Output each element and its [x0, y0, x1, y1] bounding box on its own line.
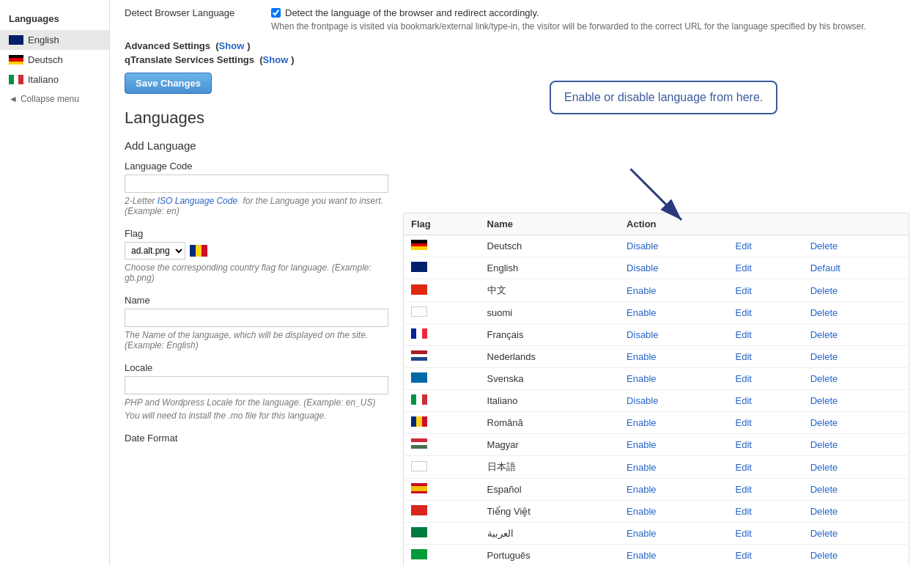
edit-link[interactable]: Edit: [736, 351, 752, 362]
name-input[interactable]: [125, 309, 388, 327]
flag-se-icon: [411, 372, 427, 383]
edit-link[interactable]: Edit: [736, 462, 752, 473]
locale-input[interactable]: [125, 376, 388, 394]
enable-link[interactable]: Enable: [627, 285, 656, 296]
enable-link[interactable]: Enable: [627, 351, 656, 362]
flag-cell: [404, 479, 480, 501]
language-code-input[interactable]: [125, 174, 388, 193]
edit-link[interactable]: Edit: [736, 262, 752, 273]
qtranslate-settings-show-link[interactable]: Show: [263, 54, 289, 65]
sidebar-item-label-english: English: [28, 34, 59, 45]
flag-desc: Choose the corresponding country flag fo…: [125, 262, 388, 283]
flag-italiano-icon: [9, 75, 23, 84]
enable-link[interactable]: Enable: [627, 417, 656, 428]
flag-gb-icon: [411, 262, 427, 272]
delete-link[interactable]: Delete: [810, 351, 838, 362]
name-desc: The Name of the language, which will be …: [125, 330, 388, 350]
edit-link[interactable]: Edit: [736, 484, 752, 495]
flag-cell: [404, 235, 480, 257]
delete-link[interactable]: Delete: [810, 506, 838, 517]
edit-link[interactable]: Edit: [736, 550, 752, 561]
disable-link[interactable]: Disable: [627, 329, 658, 340]
disable-link[interactable]: Disable: [627, 262, 658, 273]
delete-link[interactable]: Delete: [810, 439, 838, 450]
edit-link[interactable]: Edit: [736, 528, 752, 539]
delete-link[interactable]: Delete: [810, 240, 838, 251]
collapse-menu[interactable]: ◄ Collapse menu: [0, 89, 109, 109]
delete-link[interactable]: Delete: [810, 395, 838, 406]
edit-link[interactable]: Edit: [736, 307, 752, 318]
enable-link[interactable]: Enable: [627, 462, 656, 473]
default-link[interactable]: Default: [810, 262, 840, 273]
edit-cell: Edit: [728, 235, 803, 257]
edit-cell: Edit: [728, 346, 803, 368]
sidebar-item-label-italiano: Italiano: [28, 74, 59, 85]
sidebar-item-deutsch[interactable]: Deutsch: [0, 50, 109, 70]
edit-link[interactable]: Edit: [736, 285, 752, 296]
enable-link[interactable]: Enable: [627, 506, 656, 517]
delete-link[interactable]: Delete: [810, 528, 838, 539]
sidebar-item-italiano[interactable]: Italiano: [0, 70, 109, 89]
table-row: SvenskaEnableEditDelete: [404, 368, 909, 390]
delete-link[interactable]: Delete: [810, 329, 838, 340]
delete-cell: Delete: [803, 456, 909, 479]
edit-link[interactable]: Edit: [736, 439, 752, 450]
flag-br-icon: [411, 549, 427, 559]
flag-select[interactable]: ad.alt.png: [125, 242, 185, 260]
language-code-label: Language Code: [125, 161, 388, 172]
add-language-form-title: Add Language: [125, 139, 388, 152]
delete-link[interactable]: Delete: [810, 373, 838, 384]
edit-link[interactable]: Edit: [736, 240, 752, 251]
status-cell: Enable: [619, 302, 728, 324]
locale-desc: PHP and Wordpress Locale for the languag…: [125, 397, 388, 408]
delete-link[interactable]: Delete: [810, 484, 838, 495]
enable-link[interactable]: Enable: [627, 373, 656, 384]
edit-link[interactable]: Edit: [736, 417, 752, 428]
delete-link[interactable]: Delete: [810, 462, 838, 473]
delete-cell: Delete: [803, 523, 909, 545]
delete-link[interactable]: Delete: [810, 285, 838, 296]
disable-link[interactable]: Disable: [627, 395, 658, 406]
tooltip-arrow: [630, 169, 689, 227]
enable-link[interactable]: Enable: [627, 484, 656, 495]
flag-cell: [404, 412, 480, 434]
language-table-wrap: Enable or disable language from here.: [403, 139, 909, 566]
name-cell: 日本語: [480, 456, 620, 479]
delete-link[interactable]: Delete: [810, 550, 838, 561]
flag-english-icon: [9, 35, 23, 45]
disable-link[interactable]: Disable: [627, 240, 658, 251]
edit-link[interactable]: Edit: [736, 506, 752, 517]
enable-link[interactable]: Enable: [627, 550, 656, 561]
delete-link[interactable]: Delete: [810, 417, 838, 428]
name-cell: Français: [480, 324, 620, 346]
app-layout: Languages English Deutsch Italiano ◄ Col…: [0, 0, 924, 566]
locale-field: Locale PHP and Wordpress Locale for the …: [125, 362, 388, 421]
advanced-settings-show-link[interactable]: Show: [219, 40, 245, 51]
collapse-menu-label: Collapse menu: [21, 94, 79, 104]
flag-preview-icon: [190, 245, 207, 257]
date-format-field: Date Format: [125, 433, 388, 444]
enable-link[interactable]: Enable: [627, 528, 656, 539]
qtranslate-settings-item: qTranslate Services Settings (Show): [125, 54, 909, 65]
flag-de-icon: [411, 240, 427, 250]
status-cell: Enable: [619, 456, 728, 479]
col-header-delete: [803, 213, 909, 235]
table-row: 中文EnableEditDelete: [404, 279, 909, 302]
edit-link[interactable]: Edit: [736, 395, 752, 406]
iso-code-link[interactable]: ISO Language Code: [158, 196, 237, 206]
enable-link[interactable]: Enable: [627, 439, 656, 450]
status-cell: Enable: [619, 368, 728, 390]
delete-cell: Delete: [803, 434, 909, 456]
checkbox-row: Detect the language of the browser and r…: [271, 7, 909, 18]
delete-cell: Delete: [803, 346, 909, 368]
sidebar-item-english[interactable]: English: [0, 30, 109, 50]
edit-link[interactable]: Edit: [736, 329, 752, 340]
delete-link[interactable]: Delete: [810, 307, 838, 318]
edit-cell: Edit: [728, 302, 803, 324]
detect-checkbox[interactable]: [271, 8, 281, 18]
save-changes-button[interactable]: Save Changes: [125, 73, 212, 94]
edit-link[interactable]: Edit: [736, 373, 752, 384]
name-cell: Português: [480, 545, 620, 567]
table-row: العربيةEnableEditDelete: [404, 523, 909, 545]
enable-link[interactable]: Enable: [627, 307, 656, 318]
